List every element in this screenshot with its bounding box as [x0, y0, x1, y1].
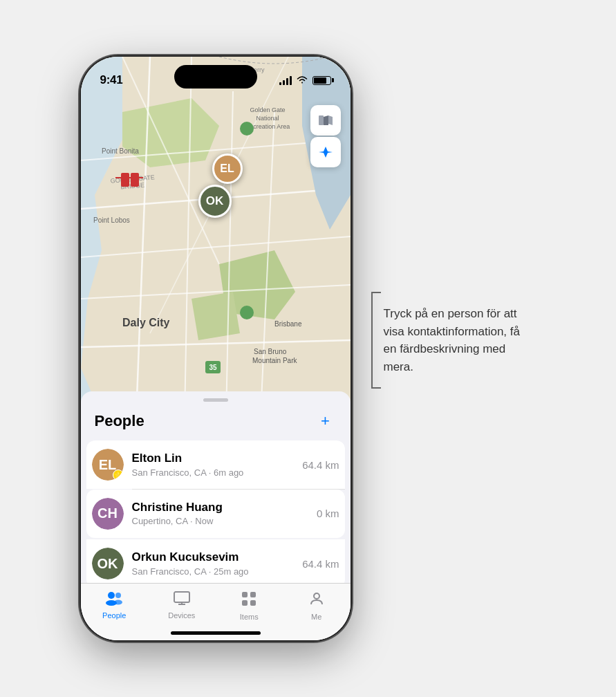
status-time: 9:41 [100, 73, 123, 87]
bracket-line [371, 292, 373, 389]
svg-text:San Bruno: San Bruno [254, 348, 287, 355]
avatar-christine: CH [92, 498, 124, 530]
svg-rect-42 [250, 600, 256, 606]
tab-devices[interactable]: Devices [148, 591, 216, 620]
tab-items[interactable]: Items [216, 591, 283, 621]
map-buttons [310, 105, 341, 167]
svg-text:National: National [256, 115, 279, 122]
svg-rect-40 [250, 592, 256, 597]
svg-text:Mountain Park: Mountain Park [252, 357, 297, 364]
favorite-badge-elton: ⭐ [113, 470, 124, 481]
svg-rect-39 [242, 592, 248, 597]
person-detail-christine: Cupertino, CA · Now [132, 516, 317, 526]
svg-point-35 [114, 600, 122, 605]
avatar-elton: EL ⭐ [92, 449, 124, 481]
status-icons [279, 75, 331, 86]
add-person-button[interactable]: + [315, 410, 337, 432]
svg-text:Daly City: Daly City [122, 317, 170, 328]
section-header: People + [81, 407, 351, 440]
person-pin-2: OK [198, 185, 232, 218]
annotation: Tryck på en person för att visa kontakti… [371, 292, 536, 389]
map-type-button[interactable] [310, 105, 341, 136]
svg-text:Brisbane: Brisbane [274, 320, 302, 328]
svg-rect-21 [131, 173, 139, 187]
svg-rect-20 [121, 173, 129, 187]
tab-me-icon [308, 591, 325, 610]
tab-people-label: People [102, 611, 126, 620]
svg-text:35: 35 [209, 364, 217, 371]
person-item-christine[interactable]: CH Christine Huang Cupertino, CA · Now 0… [86, 490, 345, 538]
person-distance-elton: 64.4 km [302, 459, 339, 471]
section-title: People [95, 412, 144, 430]
svg-point-34 [115, 593, 121, 598]
wifi-icon [297, 75, 308, 86]
person-item-elton[interactable]: EL ⭐ Elton Lin San Francisco, CA · 6m ag… [86, 440, 345, 489]
svg-point-43 [314, 593, 319, 599]
tab-people-icon [104, 591, 124, 608]
tab-people[interactable]: People [81, 591, 149, 620]
person-detail-elton: San Francisco, CA · 6m ago [132, 467, 303, 478]
map-area: Point Bonita Point Lobos Daly City Brisb… [81, 57, 351, 416]
phone-wrapper: 9:41 [81, 57, 351, 640]
person-info-christine: Christine Huang Cupertino, CA · Now [132, 501, 317, 526]
svg-point-32 [108, 592, 115, 599]
person-name-orkun: Orkun Kucuksevim [132, 550, 303, 564]
bracket-bottom [371, 387, 381, 389]
svg-text:Point Bonita: Point Bonita [102, 147, 139, 155]
home-indicator [171, 631, 261, 635]
svg-point-28 [240, 122, 254, 136]
svg-rect-31 [319, 115, 324, 125]
svg-point-29 [240, 306, 254, 319]
signal-icon [279, 75, 292, 85]
svg-text:Golden Gate: Golden Gate [250, 106, 285, 113]
tab-items-icon [241, 591, 257, 610]
dynamic-island [174, 65, 257, 89]
location-button[interactable] [310, 137, 341, 167]
person-name-christine: Christine Huang [132, 501, 317, 514]
scene: 9:41 [81, 57, 536, 640]
person-info-orkun: Orkun Kucuksevim San Francisco, CA · 25m… [132, 550, 303, 576]
annotation-bracket: Tryck på en person för att visa kontakti… [371, 292, 536, 389]
tab-devices-label: Devices [168, 611, 195, 620]
tab-devices-icon [173, 591, 191, 608]
bracket-top [371, 292, 381, 293]
avatar-orkun: OK [92, 548, 124, 579]
people-list: EL ⭐ Elton Lin San Francisco, CA · 6m ag… [86, 440, 345, 589]
person-name-elton: Elton Lin [132, 452, 303, 465]
person-distance-christine: 0 km [317, 508, 339, 519]
person-info-elton: Elton Lin San Francisco, CA · 6m ago [132, 452, 303, 477]
tab-items-label: Items [240, 613, 259, 621]
battery-icon [312, 76, 331, 85]
person-pin-1: EL [212, 154, 243, 184]
svg-rect-41 [242, 600, 248, 606]
tab-me[interactable]: Me [283, 591, 351, 621]
person-item-orkun[interactable]: OK Orkun Kucuksevim San Francisco, CA · … [86, 539, 345, 588]
person-distance-orkun: 64.4 km [302, 558, 339, 570]
phone: 9:41 [81, 57, 351, 640]
person-detail-orkun: San Francisco, CA · 25m ago [132, 566, 303, 577]
tab-me-label: Me [311, 613, 321, 621]
sheet-handle [203, 398, 228, 402]
svg-text:Point Lobos: Point Lobos [93, 216, 130, 224]
annotation-text: Tryck på en person för att visa kontakti… [384, 305, 536, 375]
svg-rect-36 [174, 592, 189, 602]
